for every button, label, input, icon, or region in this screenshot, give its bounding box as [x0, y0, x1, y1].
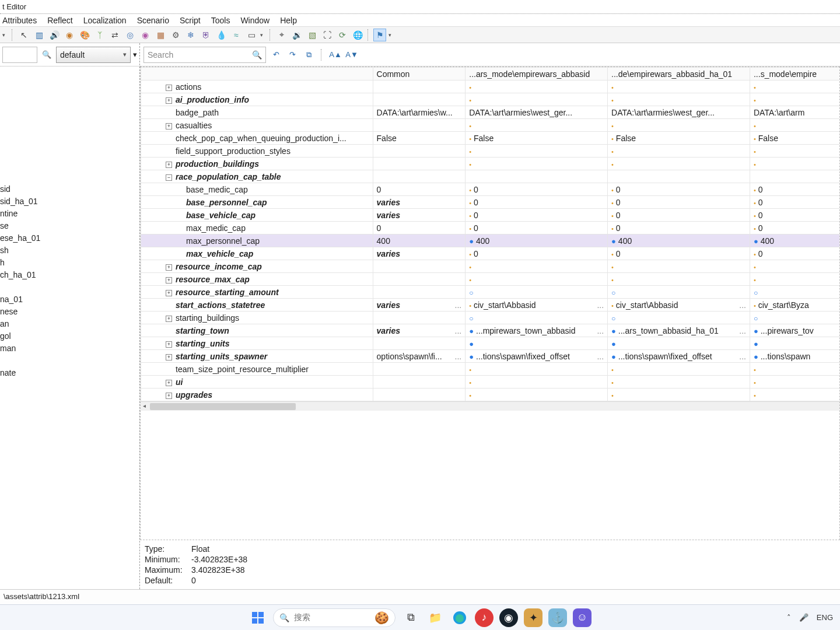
- column-header[interactable]: ...de\empirewars_abbasid_ha_01: [608, 68, 750, 80]
- wave-icon[interactable]: ≈: [230, 29, 243, 41]
- grid-icon[interactable]: ▦: [154, 29, 167, 41]
- drop-icon[interactable]: 💧: [215, 29, 228, 41]
- cell[interactable]: • 0: [750, 247, 840, 260]
- cell[interactable]: DATA:\art\arm: [750, 106, 840, 119]
- start-button[interactable]: [249, 608, 267, 627]
- cell[interactable]: False: [373, 132, 466, 145]
- badge-icon[interactable]: ◉: [63, 29, 76, 41]
- list-item[interactable]: ese_ha_01: [0, 232, 139, 244]
- language-indicator[interactable]: ENG: [817, 613, 833, 622]
- cell[interactable]: • 0: [608, 222, 750, 235]
- table-row[interactable]: +ai_production_info•••: [141, 93, 841, 106]
- toolbar-dropdown-3[interactable]: ▾: [388, 32, 394, 38]
- toolbar-dropdown-1[interactable]: ▾: [2, 32, 8, 38]
- expand-toggle[interactable]: +: [166, 354, 172, 360]
- table-row[interactable]: +resource_starting_amount○○○: [141, 286, 841, 299]
- cell[interactable]: •: [750, 145, 840, 158]
- cell[interactable]: ●: [466, 337, 608, 350]
- image-icon[interactable]: ▧: [306, 29, 318, 41]
- cell[interactable]: •: [608, 80, 750, 93]
- cell[interactable]: [750, 170, 840, 183]
- menu-localization[interactable]: Localization: [83, 16, 127, 25]
- menu-reflect[interactable]: Reflect: [47, 16, 73, 25]
- taskview-icon[interactable]: ⧉: [401, 608, 420, 627]
- explorer-icon[interactable]: 📁: [426, 608, 444, 627]
- sort-desc-icon[interactable]: A▼: [345, 48, 358, 61]
- list-item[interactable]: an: [0, 318, 139, 330]
- cell[interactable]: •: [466, 93, 608, 106]
- cell[interactable]: [373, 158, 466, 170]
- cell[interactable]: • 0: [466, 247, 608, 260]
- cell[interactable]: ● ...ars_town_abbasid_ha_01...: [608, 324, 750, 337]
- sound-icon[interactable]: 🔊: [48, 29, 61, 41]
- cell[interactable]: ○: [608, 286, 750, 299]
- table-row[interactable]: +actions•••: [141, 80, 841, 93]
- column-header[interactable]: [141, 68, 373, 80]
- cell[interactable]: DATA:\art\armies\w...: [373, 106, 466, 119]
- column-header[interactable]: Common: [373, 68, 466, 80]
- app3-icon[interactable]: ☺: [573, 608, 592, 627]
- cell[interactable]: ● 400: [466, 235, 608, 247]
- menu-tools[interactable]: Tools: [211, 16, 230, 25]
- table-row[interactable]: +upgrades•••: [141, 388, 841, 401]
- cell[interactable]: ● ...tions\spawn...: [750, 350, 840, 363]
- cell[interactable]: 400: [373, 235, 466, 247]
- expand-toggle[interactable]: +: [166, 393, 172, 399]
- palette-icon[interactable]: 🎨: [78, 29, 91, 41]
- table-row[interactable]: base_medic_cap0• 0• 0• 0: [141, 183, 841, 196]
- cell[interactable]: •: [608, 363, 750, 376]
- cell[interactable]: • civ_start\Byza...: [750, 299, 840, 312]
- cell[interactable]: •: [750, 158, 840, 170]
- cell[interactable]: •: [608, 145, 750, 158]
- menu-scenario[interactable]: Scenario: [137, 16, 169, 25]
- menu-attributes[interactable]: Attributes: [2, 16, 37, 25]
- app1-icon[interactable]: ✦: [524, 608, 542, 627]
- cell[interactable]: ...varies: [373, 299, 466, 312]
- sort-asc-icon[interactable]: A▲: [329, 48, 342, 61]
- copy-icon[interactable]: ⧉: [302, 48, 315, 61]
- cell[interactable]: [373, 119, 466, 132]
- cell[interactable]: • 0: [750, 183, 840, 196]
- column-header[interactable]: ...ars_mode\empirewars_abbasid: [466, 68, 608, 80]
- cell[interactable]: [373, 170, 466, 183]
- table-row[interactable]: max_vehicle_capvaries• 0• 0• 0: [141, 247, 841, 260]
- cell[interactable]: •: [608, 376, 750, 388]
- cell[interactable]: [608, 170, 750, 183]
- cell[interactable]: •: [466, 119, 608, 132]
- menu-script[interactable]: Script: [180, 16, 201, 25]
- cell[interactable]: • 0: [608, 183, 750, 196]
- table-row[interactable]: field_support_production_styles•••: [141, 145, 841, 158]
- cell[interactable]: ● ...mpirewars_town_abbasid...: [466, 324, 608, 337]
- list-item[interactable]: sh: [0, 244, 139, 257]
- left-search-input[interactable]: [2, 47, 37, 63]
- cell[interactable]: [373, 312, 466, 324]
- doc-icon[interactable]: ▭: [245, 29, 258, 41]
- branch-icon[interactable]: ᛉ: [93, 29, 106, 41]
- list-item[interactable]: se: [0, 220, 139, 232]
- preset-combo[interactable]: default: [56, 47, 131, 63]
- combo-dropdown[interactable]: ▾: [133, 50, 137, 59]
- search-icon[interactable]: 🔍: [252, 50, 262, 60]
- scroll-left-icon[interactable]: ◂: [143, 402, 146, 409]
- menu-help[interactable]: Help: [280, 16, 297, 25]
- cell[interactable]: ● ...tions\spawn\fixed_offset...: [466, 350, 608, 363]
- table-row[interactable]: check_pop_cap_when_queuing_production_i.…: [141, 132, 841, 145]
- expand-toggle[interactable]: +: [166, 97, 172, 104]
- cell[interactable]: ● 400: [608, 235, 750, 247]
- cell[interactable]: DATA:\art\armies\west_ger...: [466, 106, 608, 119]
- globe-icon[interactable]: ◎: [124, 29, 136, 41]
- cell[interactable]: •: [750, 119, 840, 132]
- cell[interactable]: [373, 376, 466, 388]
- list-item[interactable]: ntine: [0, 208, 139, 220]
- cell[interactable]: •: [466, 145, 608, 158]
- cell[interactable]: •: [608, 273, 750, 286]
- expand-toggle[interactable]: +: [166, 123, 172, 130]
- nav-up-icon[interactable]: ↶: [270, 48, 282, 61]
- cell[interactable]: [373, 286, 466, 299]
- expand-toggle[interactable]: +: [166, 341, 172, 348]
- table-row[interactable]: +ui•••: [141, 376, 841, 388]
- cell[interactable]: •: [750, 260, 840, 273]
- cell[interactable]: varies: [373, 247, 466, 260]
- table-row[interactable]: +resource_max_cap•••: [141, 273, 841, 286]
- nav-down-icon[interactable]: ↷: [286, 48, 299, 61]
